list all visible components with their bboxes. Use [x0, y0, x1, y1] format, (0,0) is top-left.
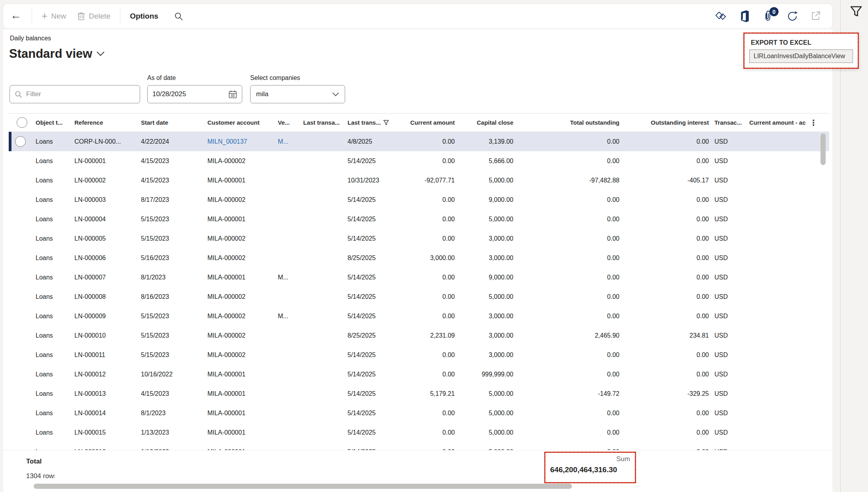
table-row[interactable]: LoansLN-0000055/15/2023MILA-0000025/14/2… — [9, 229, 829, 248]
cell[interactable]: MILN_000137 — [206, 138, 276, 145]
export-to-excel-item[interactable]: LIRLoanInvestDailyBalanceView — [749, 49, 853, 63]
cell: -405.17 — [623, 177, 713, 184]
column-header[interactable]: Capital close — [459, 119, 517, 126]
column-header[interactable]: Customer account — [206, 119, 276, 126]
filter-pane-icon[interactable] — [848, 3, 864, 20]
table-row[interactable]: LoansCORP-LN-000...4/22/2024MILN_000137M… — [9, 132, 829, 151]
as-of-date-label: As of date — [147, 74, 176, 82]
cell: 5/14/2025 — [346, 390, 401, 397]
column-header[interactable] — [9, 117, 34, 128]
grid-filter-input[interactable]: Filter — [9, 85, 140, 103]
vertical-scrollbar[interactable] — [821, 133, 826, 165]
column-header-label: Current amount - ac — [749, 119, 806, 126]
refresh-icon[interactable] — [786, 10, 798, 22]
table-row[interactable]: LoansLN-0000105/15/2023MILA-0000028/25/2… — [9, 326, 829, 345]
cell: 10/31/2023 — [346, 177, 401, 184]
cell[interactable]: M... — [276, 138, 302, 145]
column-header[interactable]: Start date — [139, 119, 206, 126]
cell: 0.00 — [623, 216, 713, 223]
cell: 0.00 — [401, 196, 459, 203]
table-row[interactable]: LoansLN-0000115/15/2023MILA-0000025/14/2… — [9, 345, 829, 365]
table-row[interactable]: LoansLN-0000148/1/2023MILA-0000015/14/20… — [9, 403, 829, 423]
cell: 0.00 — [623, 196, 713, 203]
row-checkbox[interactable] — [15, 136, 26, 147]
cell: 3,139.00 — [459, 138, 517, 145]
back-button[interactable]: ← — [3, 9, 28, 23]
table-row[interactable]: LoansLN-0000065/16/2023MILA-0000028/25/2… — [9, 248, 829, 268]
as-of-date-input[interactable]: 10/28/2025 — [147, 85, 242, 103]
cell: 5/15/2023 — [139, 313, 206, 320]
open-in-new-window-icon[interactable] — [810, 10, 822, 22]
cell: M... — [276, 274, 302, 281]
column-header[interactable]: Total outstanding — [517, 119, 623, 126]
power-apps-icon[interactable] — [715, 10, 727, 22]
horizontal-scrollbar[interactable] — [34, 484, 572, 489]
select-companies-label: Select companies — [250, 74, 300, 82]
cell: 8/17/2023 — [139, 196, 206, 203]
new-button[interactable]: + New — [36, 4, 72, 28]
table-row[interactable]: LoansLN-0000161/13/2023MILA-0000015/14/2… — [9, 442, 829, 450]
column-header[interactable]: Reference — [73, 119, 139, 126]
cell: 0.00 — [401, 138, 459, 145]
calendar-icon[interactable] — [228, 90, 237, 99]
table-row[interactable]: LoansLN-0000024/15/2023MILA-00000110/31/… — [9, 171, 829, 190]
table-row[interactable]: LoansLN-0000078/1/2023MILA-000001M...5/1… — [9, 268, 829, 287]
select-all-checkbox[interactable] — [17, 117, 27, 128]
total-label: Total — [26, 458, 42, 465]
column-header[interactable]: Current amount - ac — [748, 119, 807, 126]
attachments-icon[interactable]: 0 — [763, 10, 775, 22]
cell: 5/14/2025 — [346, 216, 401, 223]
cell: 0.00 — [517, 158, 623, 165]
sum-annotation-box: Sum 646,200,464,316.30 — [544, 452, 636, 483]
cell: 0.00 — [623, 235, 713, 242]
column-header-label: Transac... — [714, 119, 742, 126]
column-filter-applied-icon[interactable] — [383, 120, 389, 125]
cell: 5/14/2025 — [346, 293, 401, 300]
cell: 3,000.00 — [459, 332, 517, 339]
cell: 3,000.00 — [459, 351, 517, 359]
office-icon[interactable] — [739, 10, 751, 22]
row-count: 1304 rows — [26, 472, 55, 480]
cell: MILA-000001 — [206, 390, 276, 397]
cell: Loans — [34, 390, 73, 397]
options-menu[interactable]: Options — [124, 4, 164, 28]
cell: MILA-000001 — [206, 429, 276, 436]
grid-header-row: Object t...ReferenceStart dateCustomer a… — [9, 114, 829, 132]
column-header[interactable]: Last trans... — [346, 119, 401, 126]
toolbar-search-button[interactable] — [164, 4, 189, 28]
cell: 0.00 — [401, 371, 459, 378]
table-row[interactable]: LoansLN-0000045/15/2023MILA-0000015/14/2… — [9, 209, 829, 229]
table-row[interactable]: LoansLN-0000095/15/2023MILA-000002M...5/… — [9, 306, 829, 326]
cell: LN-000002 — [73, 177, 139, 184]
column-header[interactable]: Last transa... — [302, 119, 346, 126]
cell: Loans — [34, 216, 73, 223]
cell: 0.00 — [623, 313, 713, 320]
table-row[interactable]: LoansLN-0000038/17/2023MILA-0000025/14/2… — [9, 190, 829, 209]
table-row[interactable]: LoansLN-0000151/13/2023MILA-0000015/14/2… — [9, 423, 829, 442]
select-companies-dropdown[interactable]: mila — [250, 85, 345, 103]
column-options-icon[interactable]: ⋮ — [807, 118, 820, 127]
delete-button[interactable]: Delete — [72, 4, 116, 28]
column-header-label: Outstanding interest — [651, 119, 709, 126]
trash-icon — [77, 12, 85, 21]
right-divider — [840, 0, 841, 492]
column-header-label: Customer account — [207, 119, 260, 126]
cell: 5/14/2025 — [346, 158, 401, 165]
table-row[interactable]: LoansLN-0000014/15/2023MILA-0000025/14/2… — [9, 151, 829, 171]
column-header-label: Object t... — [36, 119, 63, 126]
cell: 1/13/2023 — [139, 429, 206, 436]
table-row[interactable]: LoansLN-0000088/16/2023MILA-0000025/14/2… — [9, 287, 829, 306]
table-row[interactable]: LoansLN-00001210/16/2022MILA-0000015/14/… — [9, 365, 829, 384]
column-header[interactable]: Current amount — [401, 119, 459, 126]
cell: USD — [713, 390, 748, 397]
column-header[interactable]: Outstanding interest — [623, 119, 713, 126]
table-row[interactable]: LoansLN-0000134/15/2023MILA-0000015/14/2… — [9, 384, 829, 403]
chevron-down-icon — [332, 92, 339, 97]
view-selector[interactable]: Standard view — [9, 47, 105, 61]
column-header-label: Last trans... — [348, 119, 381, 126]
column-header[interactable]: Transac... — [713, 119, 748, 126]
cell: USD — [713, 371, 748, 378]
column-header[interactable]: Object t... — [34, 119, 73, 126]
selection-bar — [9, 132, 11, 151]
column-header[interactable]: Ve... — [276, 119, 302, 126]
